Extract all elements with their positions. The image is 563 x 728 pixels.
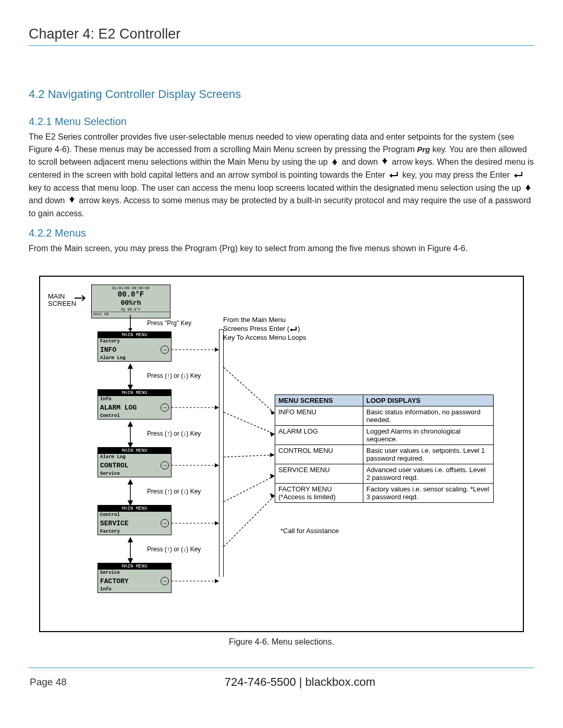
menu-block-control: MAIN MENU Alarm Log CONTROL→ Service — [97, 447, 172, 477]
menu-block-factory: MAIN MENU Service FACTORY→ Info — [97, 563, 172, 593]
table-row: SERVICE MENUAdvanced user values i.e. of… — [275, 464, 494, 484]
cell: CONTROL MENU — [275, 445, 363, 464]
cell: Logged Alarms in chronological sequence. — [363, 426, 493, 445]
timestamp: 01/01/09 00:00:00 — [92, 286, 170, 290]
menu-next: Control — [98, 413, 171, 419]
text: MAIN — [48, 292, 65, 300]
section-4-2-1-heading: 4.2.1 Menu Selection — [29, 116, 534, 128]
table-header-loop: LOOP DISPLAYS — [363, 395, 493, 406]
menu-next: Info — [98, 586, 171, 593]
right-arrow-icon — [75, 294, 89, 303]
text: SERVICE — [100, 520, 129, 527]
from-main-menu-label: From the Main MenuScreens Press Enter ()… — [223, 316, 306, 342]
cell: Basic user values i.e. setpoints. Level … — [363, 445, 493, 464]
dewpoint-value: Dp 00.0°F — [92, 307, 170, 312]
menu-next: Service — [98, 471, 171, 477]
updown-key-label: Press (↑) or (↓) Key — [147, 488, 201, 495]
menu-prev: Control — [98, 512, 171, 518]
menu-next: Factory — [98, 528, 171, 535]
menu-next: Alarm Log — [98, 355, 171, 361]
menu-loop-bar — [219, 329, 224, 577]
unit-status: Unit ON — [92, 312, 170, 316]
cell: INFO MENU — [275, 406, 363, 426]
text: INFO — [100, 346, 116, 354]
menu-selected: INFO→ — [98, 344, 171, 355]
call-for-assistance: *Call for Assistance — [280, 527, 339, 535]
figure-4-6: MAIN SCREEN 01/01/09 00:00:00 00.0°F 00%… — [39, 276, 524, 632]
menu-header: MAIN MENU — [98, 390, 171, 396]
cell: SERVICE MENU — [275, 464, 363, 484]
right-arrow-circle-icon: → — [161, 403, 169, 412]
section-4-2-2-heading: 4.2.2 Menus — [29, 227, 534, 239]
updown-key-label: Press (↑) or (↓) Key — [147, 372, 201, 379]
down-arrow-icon — [68, 195, 76, 207]
page-number: Page 48 — [30, 676, 67, 688]
table-row: ALARM LOGLogged Alarms in chronological … — [275, 426, 494, 445]
table-row: FACTORY MENU (*Access is limited)Factory… — [275, 484, 494, 503]
figure-caption: Figure 4-6. Menu selections. — [29, 637, 534, 647]
enter-icon — [388, 169, 399, 182]
menu-block-info: MAIN MENU Factory INFO→ Alarm Log — [97, 331, 172, 362]
section-4-2-heading: 4.2 Navigating Controller Display Screen… — [29, 88, 534, 101]
cell: FACTORY MENU (*Access is limited) — [275, 484, 363, 503]
menu-selected: ALARM LOG→ — [98, 402, 171, 413]
footer-divider — [29, 668, 534, 668]
paragraph-4-2-2: From the Main screen, you may press the … — [29, 242, 534, 255]
menu-selected: FACTORY→ — [98, 576, 171, 586]
prg-key-label: Prg — [417, 145, 430, 154]
down-arrow-icon — [381, 156, 388, 169]
main-screen-display: 01/01/09 00:00:00 00.0°F 00%rh Dp 00.0°F… — [91, 285, 170, 318]
up-arrow-icon — [524, 182, 532, 194]
footer-contact: 724-746-5500 | blackbox.com — [225, 675, 375, 689]
text: and down — [342, 157, 381, 166]
right-arrow-circle-icon: → — [161, 346, 169, 354]
right-arrow-circle-icon: → — [161, 461, 169, 470]
updown-key-label: Press (↑) or (↓) Key — [147, 546, 201, 553]
text: SCREEN — [48, 300, 76, 307]
temperature-value: 00.0°F — [92, 290, 170, 299]
menu-selected: CONTROL→ — [98, 460, 171, 471]
menu-header: MAIN MENU — [98, 505, 171, 512]
cell: Basic status information, no password ne… — [363, 406, 493, 426]
table-row: CONTROL MENUBasic user values i.e. setpo… — [275, 445, 494, 464]
text: key to access that menu loop. The user c… — [29, 183, 523, 192]
cell: Advanced user values i.e. offsets. Level… — [363, 464, 493, 484]
page-footer: Page 48 724-746-5500 | blackbox.com — [29, 675, 534, 689]
right-arrow-circle-icon: → — [161, 577, 169, 585]
menu-header: MAIN MENU — [98, 563, 171, 570]
text: key, you may press the Enter — [402, 170, 512, 179]
text: ALARM LOG — [100, 404, 137, 412]
menu-prev: Factory — [98, 338, 171, 344]
humidity-value: 00%rh — [92, 299, 170, 307]
table-header-menu: MENU SCREENS — [275, 395, 363, 406]
press-prg-label: Press "Prg" Key — [147, 319, 191, 327]
paragraph-4-2-1: The E2 Series controller provides five u… — [29, 131, 534, 220]
menu-prev: Service — [98, 570, 171, 576]
menu-prev: Alarm Log — [98, 454, 171, 460]
table-row: INFO MENUBasic status information, no pa… — [275, 406, 494, 426]
menu-header: MAIN MENU — [98, 332, 171, 338]
menu-header: MAIN MENU — [98, 448, 171, 454]
right-arrow-circle-icon: → — [161, 519, 169, 527]
menu-loop-table: MENU SCREENS LOOP DISPLAYS INFO MENUBasi… — [275, 394, 494, 503]
up-arrow-icon — [331, 156, 338, 169]
menu-block-service: MAIN MENU Control SERVICE→ Factory — [97, 505, 172, 535]
text: arrow keys. Access to some menus may be … — [29, 196, 531, 218]
main-screen-label: MAIN SCREEN — [48, 293, 76, 308]
chapter-title: Chapter 4: E2 Controller — [29, 26, 534, 46]
text: and down — [29, 196, 67, 205]
updown-key-label: Press (↑) or (↓) Key — [147, 430, 201, 437]
menu-selected: SERVICE→ — [98, 518, 171, 528]
enter-icon — [513, 169, 523, 182]
text: FACTORY — [100, 577, 129, 585]
cell: Factory values i.e. sensor scaling. *Lev… — [363, 484, 493, 503]
text: CONTROL — [100, 462, 129, 470]
menu-block-alarm-log: MAIN MENU Info ALARM LOG→ Control — [97, 389, 172, 419]
cell: ALARM LOG — [275, 426, 363, 445]
menu-prev: Info — [98, 396, 171, 402]
